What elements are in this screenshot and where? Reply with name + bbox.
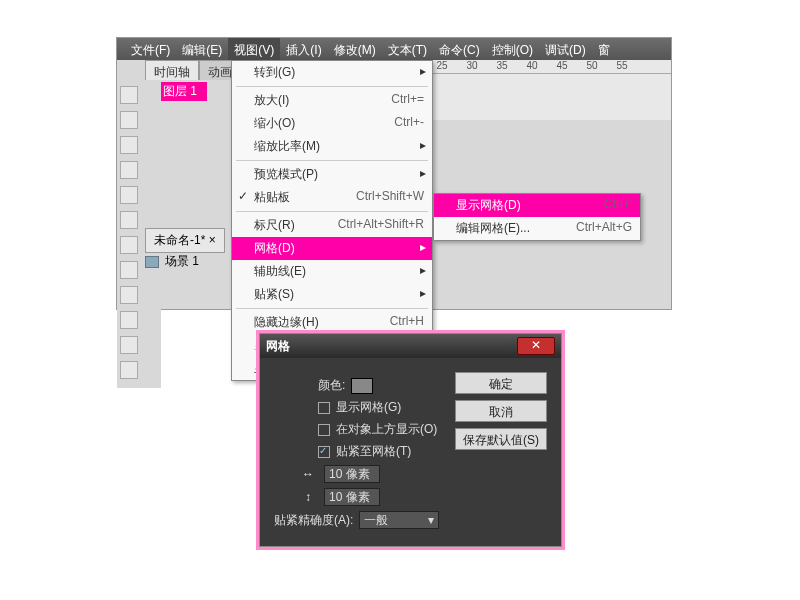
menu-item-pasteboard[interactable]: 粘贴板 Ctrl+Shift+W bbox=[232, 186, 432, 209]
snap-to-grid-label: 贴紧至网格(T) bbox=[336, 443, 411, 460]
menu-insert[interactable]: 插入(I) bbox=[280, 38, 327, 60]
menubar: 文件(F) 编辑(E) 视图(V) 插入(I) 修改(M) 文本(T) 命令(C… bbox=[117, 38, 671, 60]
menu-item-zoom-in[interactable]: 放大(I) Ctrl+= bbox=[232, 89, 432, 112]
menu-shortcut: Ctrl+Alt+Shift+R bbox=[338, 217, 424, 234]
submenu-item-edit-grid[interactable]: 编辑网格(E)... Ctrl+Alt+G bbox=[434, 217, 640, 240]
menu-window[interactable]: 窗 bbox=[592, 38, 616, 60]
pen-tool-icon[interactable] bbox=[120, 186, 138, 204]
text-tool-icon[interactable] bbox=[120, 211, 138, 229]
snap-accuracy-dropdown[interactable]: 一般 bbox=[359, 511, 439, 529]
submenu-arrow-icon: ▸ bbox=[420, 166, 426, 180]
menu-edit[interactable]: 编辑(E) bbox=[176, 38, 228, 60]
horizontal-arrow-icon: ↔ bbox=[298, 467, 318, 481]
dialog-titlebar[interactable]: 网格 ✕ bbox=[260, 334, 561, 358]
tab-timeline[interactable]: 时间轴 bbox=[145, 60, 199, 80]
bone-tool-icon[interactable] bbox=[120, 361, 138, 379]
color-swatch[interactable] bbox=[351, 378, 373, 394]
menu-item-label: 贴紧(S) bbox=[254, 286, 424, 303]
brush-tool-icon[interactable] bbox=[120, 311, 138, 329]
line-tool-icon[interactable] bbox=[120, 236, 138, 254]
menu-item-label: 显示网格(D) bbox=[456, 197, 604, 214]
ruler-tick: 55 bbox=[607, 60, 637, 73]
ruler-tick: 30 bbox=[457, 60, 487, 73]
menu-item-label: 缩小(O) bbox=[254, 115, 394, 132]
menu-shortcut: Ctrl+= bbox=[391, 92, 424, 109]
grid-height-input[interactable]: 10 像素 bbox=[324, 488, 380, 506]
menu-item-label: 预览模式(P) bbox=[254, 166, 424, 183]
menu-file[interactable]: 文件(F) bbox=[125, 38, 176, 60]
vertical-arrow-icon: ↕ bbox=[298, 490, 318, 504]
submenu-arrow-icon: ▸ bbox=[420, 64, 426, 78]
cancel-button[interactable]: 取消 bbox=[455, 400, 547, 422]
ruler-tick: 45 bbox=[547, 60, 577, 73]
rectangle-tool-icon[interactable] bbox=[120, 261, 138, 279]
menu-shortcut: Ctrl+Alt+G bbox=[576, 220, 632, 237]
document-tab[interactable]: 未命名-1* × bbox=[145, 228, 225, 253]
menu-shortcut: Ctrl+H bbox=[390, 314, 424, 331]
snap-to-grid-checkbox[interactable] bbox=[318, 446, 330, 458]
pencil-tool-icon[interactable] bbox=[120, 286, 138, 304]
menu-item-label: 辅助线(E) bbox=[254, 263, 424, 280]
menu-debug[interactable]: 调试(D) bbox=[539, 38, 592, 60]
menu-item-label: 缩放比率(M) bbox=[254, 138, 424, 155]
ok-button[interactable]: 确定 bbox=[455, 372, 547, 394]
deco-tool-icon[interactable] bbox=[120, 336, 138, 354]
subselection-tool-icon[interactable] bbox=[120, 111, 138, 129]
menu-item-label: 标尺(R) bbox=[254, 217, 338, 234]
menu-control[interactable]: 控制(O) bbox=[486, 38, 539, 60]
menu-item-hide-edges[interactable]: 隐藏边缘(H) Ctrl+H bbox=[232, 311, 432, 334]
dialog-title: 网格 bbox=[266, 338, 517, 355]
menu-item-zoom-ratio[interactable]: 缩放比率(M) ▸ bbox=[232, 135, 432, 158]
menu-shortcut: Ctrl+Shift+W bbox=[356, 189, 424, 206]
menu-item-snapping[interactable]: 贴紧(S) ▸ bbox=[232, 283, 432, 306]
ruler-tick: 40 bbox=[517, 60, 547, 73]
show-grid-checkbox[interactable] bbox=[318, 402, 330, 414]
menu-shortcut: Ctrl+' bbox=[604, 197, 632, 214]
menu-separator bbox=[236, 86, 428, 87]
menu-item-guides[interactable]: 辅助线(E) ▸ bbox=[232, 260, 432, 283]
menu-view[interactable]: 视图(V) bbox=[228, 38, 280, 60]
menu-item-label: 网格(D) bbox=[254, 240, 424, 257]
menu-modify[interactable]: 修改(M) bbox=[328, 38, 382, 60]
menu-separator bbox=[236, 160, 428, 161]
menu-item-label: 粘贴板 bbox=[254, 189, 356, 206]
scene-label: 场景 1 bbox=[165, 253, 199, 270]
menu-separator bbox=[236, 211, 428, 212]
submenu-arrow-icon: ▸ bbox=[420, 138, 426, 152]
menu-item-label: 编辑网格(E)... bbox=[456, 220, 576, 237]
ruler-tick: 35 bbox=[487, 60, 517, 73]
menu-item-grid[interactable]: 网格(D) ▸ bbox=[232, 237, 432, 260]
color-label: 颜色: bbox=[318, 377, 345, 394]
menu-item-zoom-out[interactable]: 缩小(O) Ctrl+- bbox=[232, 112, 432, 135]
menu-item-rulers[interactable]: 标尺(R) Ctrl+Alt+Shift+R bbox=[232, 214, 432, 237]
menu-commands[interactable]: 命令(C) bbox=[433, 38, 486, 60]
selection-tool-icon[interactable] bbox=[120, 86, 138, 104]
menu-item-label: 转到(G) bbox=[254, 64, 424, 81]
lasso-tool-icon[interactable] bbox=[120, 161, 138, 179]
show-over-objects-label: 在对象上方显示(O) bbox=[336, 421, 437, 438]
layer-name: 图层 1 bbox=[153, 82, 207, 101]
timeline-ruler: 25 30 35 40 45 50 55 bbox=[427, 60, 671, 120]
close-button[interactable]: ✕ bbox=[517, 337, 555, 355]
menu-separator bbox=[236, 308, 428, 309]
save-default-button[interactable]: 保存默认值(S) bbox=[455, 428, 547, 450]
menu-item-label: 放大(I) bbox=[254, 92, 391, 109]
submenu-arrow-icon: ▸ bbox=[420, 240, 426, 254]
grid-submenu: 显示网格(D) Ctrl+' 编辑网格(E)... Ctrl+Alt+G bbox=[433, 193, 641, 241]
snap-accuracy-label: 贴紧精确度(A): bbox=[274, 512, 353, 529]
flash-app-window: 文件(F) 编辑(E) 视图(V) 插入(I) 修改(M) 文本(T) 命令(C… bbox=[116, 37, 672, 310]
show-over-objects-checkbox[interactable] bbox=[318, 424, 330, 436]
grid-dialog: 网格 ✕ 颜色: 显示网格(G) 在对象上方显示(O) 贴紧至网格(T) ↔ bbox=[259, 333, 562, 547]
menu-item-goto[interactable]: 转到(G) ▸ bbox=[232, 61, 432, 84]
menu-item-preview-mode[interactable]: 预览模式(P) ▸ bbox=[232, 163, 432, 186]
free-transform-tool-icon[interactable] bbox=[120, 136, 138, 154]
grid-width-input[interactable]: 10 像素 bbox=[324, 465, 380, 483]
menu-text[interactable]: 文本(T) bbox=[382, 38, 433, 60]
scene-indicator[interactable]: 场景 1 bbox=[145, 253, 199, 270]
menu-shortcut: Ctrl+- bbox=[394, 115, 424, 132]
menu-item-label: 隐藏边缘(H) bbox=[254, 314, 390, 331]
submenu-item-show-grid[interactable]: 显示网格(D) Ctrl+' bbox=[434, 194, 640, 217]
submenu-arrow-icon: ▸ bbox=[420, 286, 426, 300]
submenu-arrow-icon: ▸ bbox=[420, 263, 426, 277]
ruler-tick: 50 bbox=[577, 60, 607, 73]
